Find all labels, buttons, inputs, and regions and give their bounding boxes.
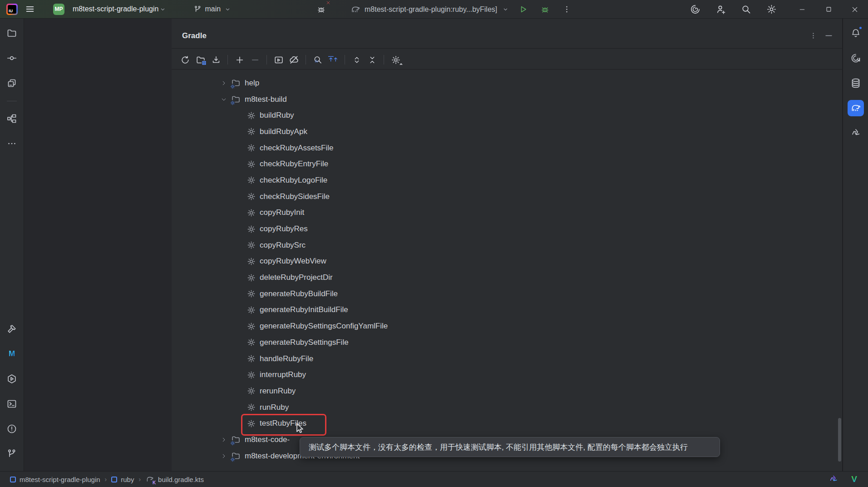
maximize-window-button[interactable] bbox=[815, 0, 842, 19]
task-activation-button[interactable] bbox=[326, 53, 340, 67]
close-window-button[interactable] bbox=[842, 0, 868, 19]
download-icon bbox=[211, 55, 221, 65]
attach-gradle-project-button[interactable] bbox=[193, 53, 207, 67]
tree-task-label: rerunRuby bbox=[260, 387, 296, 396]
run-configuration-widget[interactable]: m8test-script-gradle-plugin:ruby...byFil… bbox=[350, 5, 509, 15]
breadcrumb-module[interactable]: ruby bbox=[111, 476, 134, 483]
tree-task-row[interactable]: generateRubyInitBuildFile bbox=[172, 302, 842, 318]
collapse-all-button[interactable] bbox=[365, 53, 379, 67]
search-everywhere-button[interactable] bbox=[738, 2, 754, 17]
tree-task-row[interactable]: copyRubyWebView bbox=[172, 253, 842, 270]
gradle-task-gear-icon bbox=[247, 289, 256, 298]
chevron-right-icon[interactable] bbox=[220, 80, 228, 86]
mute-breakpoints-button[interactable] bbox=[313, 2, 329, 17]
red-x-icon bbox=[326, 0, 330, 5]
hexagon-play-icon bbox=[6, 373, 17, 384]
tree-task-row[interactable]: deleteRubyProjectDir bbox=[172, 269, 842, 286]
dependency-analyzer-button[interactable] bbox=[311, 53, 325, 67]
tree-task-row[interactable]: copyRubyRes bbox=[172, 221, 842, 237]
execute-task-button[interactable] bbox=[271, 53, 286, 67]
m-plugin-tool-button[interactable]: M bbox=[4, 346, 20, 362]
minimize-icon bbox=[799, 6, 806, 13]
tree-task-row[interactable]: generateRubySettingsConfigYamlFile bbox=[172, 318, 842, 334]
tree-group-row[interactable]: help bbox=[172, 75, 842, 91]
chevron-right-icon[interactable] bbox=[220, 453, 228, 459]
gradle-settings-button[interactable] bbox=[389, 53, 403, 67]
gradle-task-gear-icon bbox=[247, 127, 256, 136]
vertical-scrollbar[interactable] bbox=[838, 418, 841, 462]
mouse-cursor bbox=[294, 422, 305, 434]
download-sources-button[interactable] bbox=[209, 53, 223, 67]
offline-mode-button[interactable] bbox=[287, 53, 301, 67]
plus-icon bbox=[235, 55, 245, 65]
gradle-task-gear-icon bbox=[247, 209, 256, 217]
tree-task-row[interactable]: buildRubyApk bbox=[172, 124, 842, 140]
project-tool-button[interactable] bbox=[4, 25, 20, 41]
main-menu-button[interactable] bbox=[22, 1, 38, 17]
tree-task-row[interactable]: copyRubyInit bbox=[172, 205, 842, 221]
search-icon bbox=[741, 4, 751, 15]
remove-configuration-button[interactable] bbox=[248, 53, 262, 67]
tree-task-row[interactable]: rerunRuby bbox=[172, 383, 842, 399]
gradle-task-gear-icon bbox=[247, 387, 256, 395]
more-tool-windows-button[interactable] bbox=[4, 135, 20, 152]
copies-tool-button[interactable] bbox=[4, 75, 20, 91]
tree-group-row[interactable]: m8test-build bbox=[172, 91, 842, 108]
minimize-window-button[interactable] bbox=[789, 0, 815, 19]
tree-task-row[interactable]: checkRubyLogoFile bbox=[172, 172, 842, 189]
reload-gradle-button[interactable] bbox=[178, 53, 192, 67]
project-widget[interactable]: m8test-script-gradle-plugin bbox=[69, 1, 168, 17]
code-with-me-button[interactable] bbox=[713, 2, 728, 17]
panel-options-button[interactable] bbox=[809, 32, 817, 40]
problems-tool-button[interactable] bbox=[4, 421, 20, 437]
collapse-all-icon bbox=[368, 55, 377, 65]
terminal-icon bbox=[6, 398, 17, 409]
ai-assistant-button[interactable] bbox=[687, 2, 703, 17]
tree-task-row[interactable]: copyRubySrc bbox=[172, 237, 842, 253]
settings-button[interactable] bbox=[764, 2, 779, 17]
breadcrumb-project[interactable]: m8test-script-gradle-plugin bbox=[10, 476, 100, 483]
chevron-right-icon[interactable] bbox=[220, 437, 228, 443]
hide-panel-button[interactable] bbox=[824, 31, 833, 40]
tree-group-label: m8test-build bbox=[245, 95, 287, 104]
chevron-right-icon[interactable] bbox=[220, 96, 228, 103]
more-actions-button[interactable] bbox=[559, 2, 574, 17]
tree-task-row[interactable]: generateRubyBuildFile bbox=[172, 286, 842, 302]
tree-task-row[interactable]: testRubyFiles bbox=[172, 415, 842, 432]
gradle-task-gear-icon bbox=[247, 371, 256, 379]
gradle-tool-button[interactable] bbox=[848, 100, 864, 116]
knot-plugin-tool-button[interactable] bbox=[848, 125, 864, 141]
vcs-branch-widget[interactable]: main bbox=[193, 5, 231, 14]
breadcrumb-file[interactable]: K build.gradle.kts bbox=[145, 475, 204, 483]
terminal-tool-button[interactable] bbox=[4, 396, 20, 412]
chevron-down-icon bbox=[224, 6, 231, 13]
tree-task-row[interactable]: handleRubyFile bbox=[172, 351, 842, 367]
knot-plugin-status-icon[interactable] bbox=[829, 474, 838, 484]
services-tool-button[interactable] bbox=[4, 371, 20, 387]
tree-task-label: checkRubyEntryFile bbox=[260, 159, 328, 169]
tree-task-row[interactable]: runRuby bbox=[172, 399, 842, 416]
tree-task-row[interactable]: interruptRuby bbox=[172, 367, 842, 383]
notifications-tool-button[interactable] bbox=[848, 25, 864, 41]
database-tool-button[interactable] bbox=[848, 75, 864, 91]
debug-button[interactable] bbox=[537, 2, 552, 17]
run-button[interactable] bbox=[515, 2, 531, 17]
tree-task-row[interactable]: generateRubySettingsFile bbox=[172, 334, 842, 351]
add-configuration-button[interactable] bbox=[232, 53, 247, 67]
folder-icon bbox=[6, 28, 17, 39]
commit-tool-button[interactable] bbox=[4, 50, 20, 66]
tree-task-row[interactable]: checkRubyAssetsFile bbox=[172, 140, 842, 156]
tree-task-row[interactable]: checkRubyEntryFile bbox=[172, 156, 842, 172]
gradle-task-gear-icon bbox=[247, 192, 256, 201]
build-tool-button[interactable] bbox=[4, 321, 20, 337]
version-control-tool-button[interactable] bbox=[4, 446, 20, 462]
v-plugin-status-icon[interactable]: V bbox=[851, 474, 857, 484]
tree-task-label: generateRubySettingsFile bbox=[260, 338, 349, 347]
expand-all-button[interactable] bbox=[350, 53, 364, 67]
structure-tool-button[interactable] bbox=[4, 110, 20, 127]
tree-task-row[interactable]: buildRuby bbox=[172, 107, 842, 124]
chevron-down-icon bbox=[159, 6, 166, 13]
ai-chat-tool-button[interactable] bbox=[848, 50, 864, 66]
tree-task-row[interactable]: checkRubySidesFile bbox=[172, 189, 842, 205]
gradle-task-gear-icon bbox=[247, 354, 256, 363]
